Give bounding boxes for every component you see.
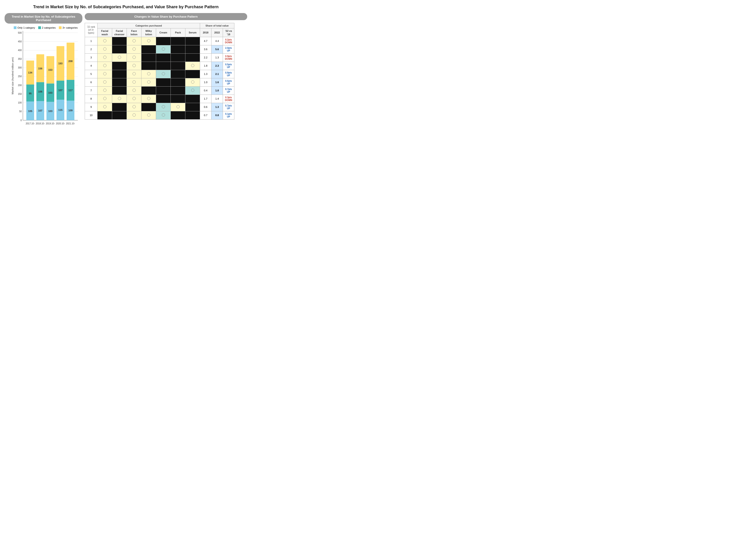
- rank-cell-4: 4: [85, 62, 97, 70]
- share-2022-10: 0.8: [212, 111, 223, 119]
- cell-9-2: [127, 103, 141, 111]
- cell-3-5: [171, 53, 185, 62]
- circle-icon: [132, 64, 136, 67]
- cell-1-1: [112, 37, 127, 45]
- svg-text:117: 117: [68, 89, 72, 92]
- cell-6-3: [141, 78, 156, 86]
- right-panel-header: Changes in Value Share by Purchase Patte…: [85, 13, 247, 20]
- circle-icon: [132, 105, 136, 108]
- circle-icon: [132, 56, 136, 59]
- cell-4-6: [185, 62, 200, 70]
- share-2018-1: 4.7: [200, 37, 212, 45]
- value-share-table: '22 rank(of 3+types) Categories purchase…: [85, 23, 234, 120]
- legend-label-1: Only 1 category: [18, 26, 35, 29]
- svg-text:115: 115: [58, 109, 62, 111]
- circle-icon: [191, 64, 194, 67]
- share-2022-6: 1.6: [212, 78, 223, 86]
- svg-text:156: 156: [38, 67, 42, 70]
- circle-icon: [103, 64, 106, 67]
- legend-item-3: 3+ categories: [59, 26, 77, 29]
- svg-text:107: 107: [38, 109, 42, 112]
- cell-2-0: [97, 45, 112, 53]
- legend-label-3: 3+ categories: [62, 26, 77, 29]
- rank-cell-10: 10: [85, 111, 97, 119]
- rank-cell-9: 9: [85, 103, 97, 111]
- cell-5-2: [127, 70, 141, 78]
- circle-icon: [147, 72, 150, 75]
- circle-icon: [132, 80, 136, 84]
- svg-text:500: 500: [18, 32, 22, 34]
- cell-3-4: [156, 53, 171, 62]
- cell-3-3: [141, 53, 156, 62]
- vs-6: 0.6ptsUP: [223, 78, 234, 86]
- cell-2-2: [127, 45, 141, 53]
- share-2018-7: 0.4: [200, 86, 212, 95]
- cell-5-6: [185, 70, 200, 78]
- svg-text:2020.10-: 2020.10-: [56, 122, 65, 125]
- share-2018-8: 1.7: [200, 95, 212, 103]
- rank-cell-1: 1: [85, 37, 97, 45]
- legend-color-3: [59, 26, 62, 29]
- share-2018-2: 3.6: [200, 45, 212, 53]
- rank-cell-3: 3: [85, 53, 97, 62]
- cell-10-5: [171, 111, 185, 119]
- cell-3-6: [185, 53, 200, 62]
- cell-6-4: [156, 78, 171, 86]
- vs-10: 0.1ptsUP: [223, 111, 234, 119]
- cell-2-3: [141, 45, 156, 53]
- col-cream: Cream: [156, 28, 171, 37]
- cell-3-1: [112, 53, 127, 62]
- left-panel: Trend in Market Size by No. of Subcatego…: [5, 13, 83, 128]
- cell-6-5: [171, 78, 185, 86]
- legend: Only 1 category 2 categories 3+ categori…: [14, 26, 83, 29]
- svg-text:200: 200: [18, 84, 22, 87]
- cell-7-2: [127, 86, 141, 95]
- cell-4-0: [97, 62, 112, 70]
- share-2018-9: 0.6: [200, 103, 212, 111]
- cell-8-1: [112, 95, 127, 103]
- svg-text:300: 300: [18, 66, 22, 69]
- share-2018-6: 1.0: [200, 78, 212, 86]
- cell-1-4: [156, 37, 171, 45]
- vs-3: 0.9ptsDOWN: [223, 53, 234, 62]
- cell-10-4: [156, 111, 171, 119]
- cell-10-6: [185, 111, 200, 119]
- circle-icon: [118, 97, 121, 100]
- cell-5-4: [156, 70, 171, 78]
- circle-icon: [103, 105, 106, 108]
- share-2018-4: 1.8: [200, 62, 212, 70]
- cell-4-5: [171, 62, 185, 70]
- svg-text:153: 153: [48, 68, 53, 71]
- circle-icon: [162, 48, 165, 51]
- col-2022: 2022: [212, 28, 223, 37]
- cell-2-6: [185, 45, 200, 53]
- rank-cell-6: 6: [85, 78, 97, 86]
- cell-5-3: [141, 70, 156, 78]
- svg-text:150: 150: [18, 93, 22, 95]
- circle-icon: [103, 48, 106, 51]
- cell-9-1: [112, 103, 127, 111]
- cell-2-4: [156, 45, 171, 53]
- rank-cell-2: 2: [85, 45, 97, 53]
- circle-icon: [132, 97, 136, 100]
- cell-10-2: [127, 111, 141, 119]
- share-2022-1: 4.4: [212, 37, 223, 45]
- share-header: Share of total value: [200, 23, 234, 28]
- cell-5-0: [97, 70, 112, 78]
- cell-1-3: [141, 37, 156, 45]
- share-2018-5: 1.3: [200, 70, 212, 78]
- share-2022-5: 2.1: [212, 70, 223, 78]
- col-2018: 2018: [200, 28, 212, 37]
- cell-4-2: [127, 62, 141, 70]
- svg-text:2017.10-: 2017.10-: [26, 122, 35, 125]
- rank-cell-8: 8: [85, 95, 97, 103]
- cell-8-3: [141, 95, 156, 103]
- cell-5-1: [112, 70, 127, 78]
- y-axis-label: Market size (hundred million yen): [11, 65, 14, 94]
- svg-text:350: 350: [18, 58, 22, 60]
- cell-8-4: [156, 95, 171, 103]
- col-pack: Pack: [171, 28, 185, 37]
- circle-icon: [103, 56, 106, 59]
- circle-icon: [103, 80, 106, 84]
- svg-text:2019.10-: 2019.10-: [46, 122, 55, 125]
